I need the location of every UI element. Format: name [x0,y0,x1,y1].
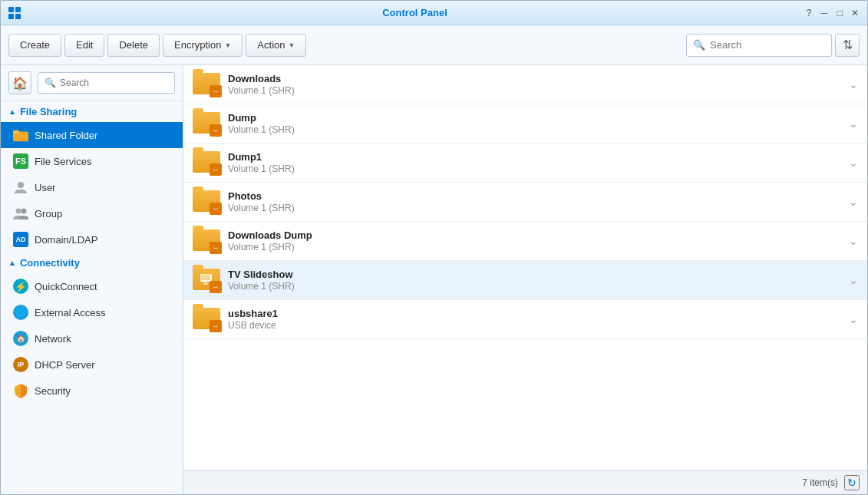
folder-name: Downloads Dump [228,229,841,241]
folder-expand-icon[interactable]: ⌄ [849,117,858,130]
search-input[interactable] [710,39,825,51]
create-button[interactable]: Create [8,34,61,57]
folder-name: TV Slideshow [228,269,841,280]
folder-item[interactable]: ↔ usbshare1 USB device ⌄ [183,300,867,339]
dhcp-server-label: DHCP Server [35,359,95,371]
file-sharing-label: File Sharing [20,106,77,117]
folder-expand-icon[interactable]: ⌄ [849,196,858,208]
sidebar-item-security[interactable]: Security [1,378,183,404]
folder-expand-icon[interactable]: ⌄ [849,235,858,247]
help-button[interactable]: ? [803,7,815,19]
folder-info: Dump Volume 1 (SHR) [228,112,841,135]
sidebar-item-network[interactable]: 🏠 Network [1,325,183,351]
main-window: Control Panel ? ─ □ ✕ Create Edit Delete… [0,0,868,495]
file-services-icon: FS [13,153,28,169]
sidebar-item-user[interactable]: User [1,174,183,200]
sidebar-item-external-access[interactable]: 🌐 External Access [1,299,183,325]
folder-info: Dump1 Volume 1 (SHR) [228,151,841,174]
edit-button[interactable]: Edit [64,34,104,57]
folder-info: usbshare1 USB device [228,308,841,331]
share-badge: ↔ [210,242,222,254]
sidebar-search-input[interactable] [60,78,168,88]
user-label: User [35,182,55,193]
encryption-button[interactable]: Encryption ▼ [163,34,243,57]
home-button[interactable]: 🏠 [8,71,31,94]
sidebar-item-file-services[interactable]: FS File Services [1,148,183,174]
share-badge: ↔ [210,124,222,137]
svg-point-7 [18,182,24,188]
folder-icon: ↔ [193,151,220,174]
sidebar-item-dhcp-server[interactable]: IP DHCP Server [1,351,183,378]
connectivity-collapse-icon: ▲ [8,259,16,267]
svg-rect-3 [15,14,21,19]
quickconnect-label: QuickConnect [35,281,97,292]
close-button[interactable]: ✕ [849,7,861,19]
app-icon [7,5,22,21]
main-content: 🏠 🔍 ▲ File Sharing [1,65,867,494]
folder-icon: ↔ [193,308,220,331]
maximize-button[interactable]: □ [833,7,846,19]
folder-item[interactable]: ↔ Dump Volume 1 (SHR) ⌄ [183,104,867,144]
svg-point-9 [21,209,27,214]
folder-info: Photos Volume 1 (SHR) [228,190,841,213]
title-bar: Control Panel ? ─ □ ✕ [1,1,867,25]
minimize-button[interactable]: ─ [818,7,830,19]
folder-item[interactable]: ↔ Dump1 Volume 1 (SHR) ⌄ [183,144,867,183]
file-sharing-collapse-icon: ▲ [8,107,16,116]
toolbar: Create Edit Delete Encryption ▼ Action ▼… [1,25,867,65]
domain-ldap-label: Domain/LDAP [35,234,97,246]
folder-name: usbshare1 [228,308,841,319]
group-label: Group [35,208,62,219]
folder-expand-icon[interactable]: ⌄ [849,313,858,325]
group-icon [13,206,28,221]
action-button[interactable]: Action ▼ [246,34,306,57]
window-title: Control Panel [27,7,803,18]
sidebar-home-bar: 🏠 🔍 [1,65,183,101]
svg-point-8 [16,209,21,214]
folder-info: Downloads Dump Volume 1 (SHR) [228,229,841,252]
sidebar-search-icon: 🔍 [45,78,56,88]
folder-item[interactable]: ↔ TV Slideshow Volume 1 (SHR) ⌄ [183,261,867,300]
share-badge: ↔ [210,281,222,293]
right-panel: ↔ Downloads Volume 1 (SHR) ⌄ ↔ Dump Volu… [183,65,867,494]
external-access-label: External Access [35,307,106,318]
status-bar: 7 item(s) ↻ [183,470,867,494]
dhcp-icon: IP [13,357,28,372]
quickconnect-icon: ⚡ [13,279,28,294]
sidebar-item-group[interactable]: Group [1,200,183,226]
sidebar-item-quickconnect[interactable]: ⚡ QuickConnect [1,273,183,299]
search-icon: 🔍 [693,39,705,51]
folder-subtitle: Volume 1 (SHR) [228,242,841,252]
sidebar-item-shared-folder[interactable]: Shared Folder [1,122,183,148]
folder-subtitle: Volume 1 (SHR) [228,281,841,292]
connectivity-header[interactable]: ▲ Connectivity [1,252,183,273]
security-label: Security [35,385,71,397]
folder-item[interactable]: ↔ Downloads Volume 1 (SHR) ⌄ [183,65,867,104]
file-services-label: File Services [35,156,91,167]
sidebar-item-domain-ldap[interactable]: AD Domain/LDAP [1,226,183,252]
folder-name: Photos [228,190,841,202]
delete-button[interactable]: Delete [107,34,160,57]
sort-button[interactable]: ⇅ [835,34,860,57]
share-badge: ↔ [210,203,222,215]
folder-subtitle: Volume 1 (SHR) [228,85,841,96]
folder-expand-icon[interactable]: ⌄ [849,274,858,286]
folder-item[interactable]: ↔ Photos Volume 1 (SHR) ⌄ [183,183,867,222]
folder-expand-icon[interactable]: ⌄ [849,157,858,169]
svg-rect-6 [13,130,19,134]
folder-icon: ↔ [193,269,220,292]
items-count: 7 item(s) [802,477,838,488]
file-sharing-header[interactable]: ▲ File Sharing [1,101,183,122]
folder-expand-icon[interactable]: ⌄ [849,78,858,91]
security-icon [13,383,28,398]
window-controls: ? ─ □ ✕ [803,7,861,19]
folder-name: Downloads [228,73,841,84]
folder-item[interactable]: ↔ Downloads Dump Volume 1 (SHR) ⌄ [183,222,867,261]
sort-icon: ⇅ [843,38,853,52]
sidebar: 🏠 🔍 ▲ File Sharing [1,65,183,494]
refresh-button[interactable]: ↻ [844,475,860,490]
folder-info: Downloads Volume 1 (SHR) [228,73,841,96]
folder-list: ↔ Downloads Volume 1 (SHR) ⌄ ↔ Dump Volu… [183,65,867,470]
folder-icon: ↔ [193,190,220,213]
folder-icon: ↔ [193,73,220,96]
